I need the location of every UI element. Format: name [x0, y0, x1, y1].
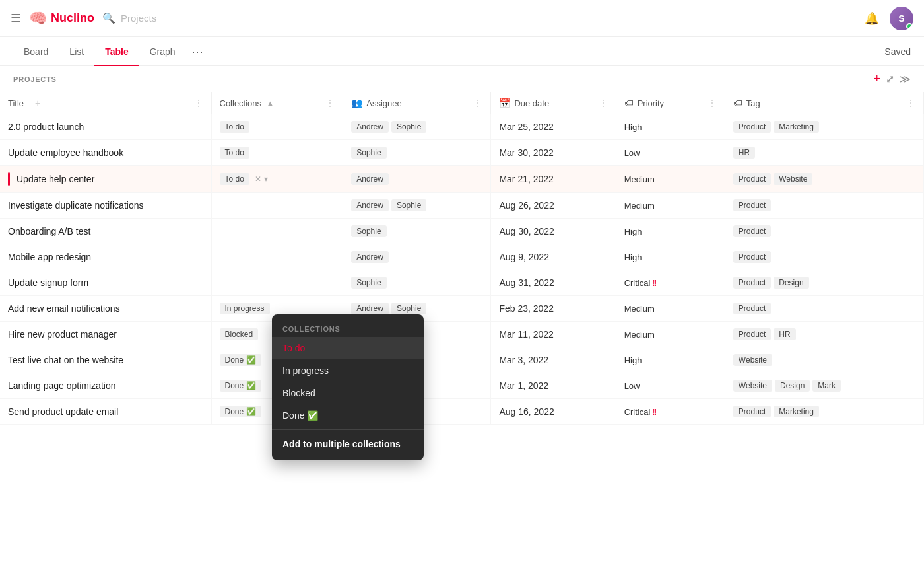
cell-collection[interactable]: To do✕▾ — [211, 166, 343, 193]
cell-title[interactable]: Onboarding A/B test — [0, 219, 211, 244]
notification-bell-icon[interactable]: 🔔 — [865, 11, 879, 26]
assignee-chip[interactable]: Sophie — [351, 225, 386, 237]
col-collections-menu-icon[interactable]: ⋮ — [325, 98, 335, 108]
cell-collection[interactable] — [211, 219, 343, 244]
collection-chip[interactable]: Done ✅ — [220, 406, 261, 417]
dropdown-item-todo[interactable]: To do — [272, 337, 424, 359]
cell-collection[interactable] — [211, 244, 343, 270]
assignee-chip[interactable]: Sophie — [351, 147, 386, 159]
col-tag-menu-icon[interactable]: ⋮ — [906, 98, 915, 108]
tag-chip[interactable]: Website — [774, 173, 812, 185]
title-text: Onboarding A/B test — [8, 226, 90, 236]
tab-table[interactable]: Table — [94, 37, 139, 66]
cell-assignee[interactable]: Sophie — [343, 140, 491, 166]
assignee-chip[interactable]: Sophie — [351, 277, 386, 289]
expand-collection-icon[interactable]: ▾ — [264, 174, 268, 184]
col-assignee-menu-icon[interactable]: ⋮ — [473, 98, 482, 108]
cell-title[interactable]: Add new email notifications — [0, 296, 211, 322]
tag-chip[interactable]: Marketing — [774, 406, 819, 417]
cell-title[interactable]: Investigate duplicate notifications — [0, 193, 211, 219]
tab-more-icon[interactable]: ⋯ — [186, 44, 209, 59]
expand-icon[interactable]: ⤢ — [886, 73, 894, 85]
tag-chip[interactable]: Product — [733, 199, 771, 211]
col-due-date-menu-icon[interactable]: ⋮ — [599, 98, 608, 108]
cell-title[interactable]: Mobile app redesign — [0, 244, 211, 270]
tag-chip[interactable]: Product — [733, 225, 771, 237]
col-tag-label: Tag — [746, 98, 760, 108]
assignee-chip[interactable]: Sophie — [391, 303, 426, 314]
cell-title[interactable]: Landing page optimization — [0, 373, 211, 399]
cell-title[interactable]: Update help center — [0, 166, 211, 193]
cell-assignee[interactable]: Sophie — [343, 270, 491, 296]
cell-collection[interactable]: To do — [211, 140, 343, 166]
cell-title[interactable]: 2.0 product launch — [0, 114, 211, 140]
assignee-chip[interactable]: Andrew — [351, 303, 389, 314]
tag-chip[interactable]: Product — [733, 328, 771, 340]
tag-chip[interactable]: Design — [775, 380, 810, 392]
add-col-icon[interactable]: + — [28, 98, 48, 108]
collection-chip[interactable]: To do — [220, 121, 249, 133]
assignee-chip[interactable]: Sophie — [391, 121, 426, 133]
cell-title[interactable]: Update employee handbook — [0, 140, 211, 166]
collection-chip[interactable]: Blocked — [220, 328, 259, 340]
cell-title[interactable]: Update signup form — [0, 270, 211, 296]
collapse-icon[interactable]: ≫ — [900, 73, 911, 85]
cell-tag: ProductWebsite — [725, 166, 923, 193]
cell-priority: Low — [616, 140, 725, 166]
tag-chip[interactable]: Product — [733, 173, 771, 185]
dropdown-add-multiple[interactable]: Add to multiple collections — [272, 433, 424, 455]
assignee-chip[interactable]: Andrew — [351, 173, 389, 185]
logo-text: Nuclino — [51, 11, 94, 25]
dropdown-item-inprogress[interactable]: In progress — [272, 359, 424, 382]
tag-chip[interactable]: Website — [733, 380, 772, 392]
tag-chip[interactable]: Product — [733, 121, 771, 133]
cell-collection[interactable] — [211, 270, 343, 296]
hamburger-icon[interactable]: ☰ — [11, 11, 21, 26]
tag-chip[interactable]: Product — [733, 303, 771, 314]
tag-chip[interactable]: Mark — [812, 380, 841, 392]
tag-chip[interactable]: Marketing — [774, 121, 819, 133]
col-title-menu-icon[interactable]: ⋮ — [194, 98, 203, 108]
clear-collection-icon[interactable]: ✕ — [255, 174, 261, 184]
search-bar[interactable]: 🔍 Projects — [102, 12, 156, 24]
avatar[interactable]: S — [890, 7, 913, 30]
cell-assignee[interactable]: Sophie — [343, 219, 491, 244]
dropdown-item-blocked[interactable]: Blocked — [272, 382, 424, 404]
tab-graph[interactable]: Graph — [139, 37, 186, 66]
cell-title[interactable]: Send product update email — [0, 399, 211, 425]
priority-text: Low — [624, 148, 640, 158]
collection-chip[interactable]: Done ✅ — [220, 380, 261, 392]
assignee-chip[interactable]: Andrew — [351, 121, 389, 133]
collection-chip[interactable]: In progress — [220, 303, 270, 314]
cell-assignee[interactable]: Andrew — [343, 166, 491, 193]
tag-chip[interactable]: Product — [733, 251, 771, 263]
tab-list[interactable]: List — [59, 37, 94, 66]
cell-title[interactable]: Hire new product manager — [0, 322, 211, 347]
cell-due-date: Mar 30, 2022 — [491, 140, 616, 166]
tag-chip[interactable]: HR — [774, 328, 795, 340]
tag-chip[interactable]: HR — [733, 147, 755, 159]
cell-assignee[interactable]: Andrew — [343, 244, 491, 270]
add-item-icon[interactable]: + — [873, 72, 880, 86]
sort-asc-icon[interactable]: ▲ — [267, 99, 274, 107]
collection-chip[interactable]: Done ✅ — [220, 354, 261, 366]
tab-board[interactable]: Board — [13, 37, 59, 66]
col-priority-menu-icon[interactable]: ⋮ — [708, 98, 717, 108]
cell-tag: HR — [725, 140, 923, 166]
tag-chip[interactable]: Product — [733, 406, 771, 417]
cell-collection[interactable] — [211, 193, 343, 219]
cell-collection[interactable]: To do — [211, 114, 343, 140]
assignee-chip[interactable]: Andrew — [351, 251, 389, 263]
tag-chip[interactable]: Design — [774, 277, 808, 289]
cell-title[interactable]: Test live chat on the website — [0, 347, 211, 373]
tag-chip[interactable]: Website — [733, 354, 772, 366]
cell-tag: Website — [725, 347, 923, 373]
cell-assignee[interactable]: AndrewSophie — [343, 114, 491, 140]
assignee-chip[interactable]: Sophie — [391, 199, 426, 211]
cell-assignee[interactable]: AndrewSophie — [343, 193, 491, 219]
dropdown-item-done[interactable]: Done ✅ — [272, 404, 424, 427]
tag-chip[interactable]: Product — [733, 277, 771, 289]
collection-chip[interactable]: To do — [220, 147, 249, 159]
assignee-chip[interactable]: Andrew — [351, 199, 389, 211]
collection-chip[interactable]: To do — [220, 173, 249, 185]
